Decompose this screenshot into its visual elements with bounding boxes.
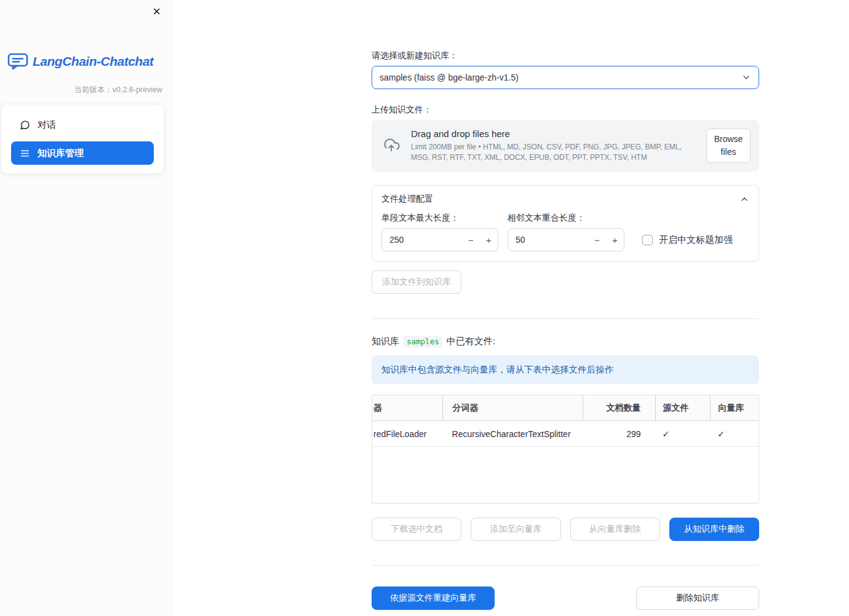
max-length-minus-button[interactable]: −	[462, 229, 480, 251]
overlap-input[interactable]	[508, 235, 588, 245]
sidebar-item-label: 对话	[38, 119, 56, 131]
checkbox-label: 开启中文标题加强	[659, 234, 733, 246]
overlap-label: 相邻文本重合长度：	[508, 213, 624, 224]
chat-bubble-icon	[20, 120, 30, 130]
chevron-down-icon	[741, 73, 751, 82]
rebuild-vector-store-button[interactable]: 依据源文件重建向量库	[372, 586, 495, 610]
sidebar-item-kb-management[interactable]: 知识库管理	[11, 141, 154, 165]
column-header-source-file[interactable]: 源文件	[655, 395, 711, 421]
table-row[interactable]: redFileLoader RecursiveCharacterTextSpli…	[372, 421, 759, 447]
file-config-expander: 文件处理配置 单段文本最大长度： − + 相邻文本重合长度：	[372, 185, 759, 262]
checkbox-box[interactable]	[642, 235, 653, 245]
table-header-row: 器 分词器 文档数量 源文件 向量库	[372, 395, 759, 421]
column-header-vector-store[interactable]: 向量库	[710, 395, 759, 421]
info-banner: 知识库中包含源文件与向量库，请从下表中选择文件后操作	[372, 355, 759, 384]
kb-select-value: samples (faiss @ bge-large-zh-v1.5)	[380, 73, 741, 82]
divider	[372, 565, 759, 566]
expander-body: 单段文本最大长度： − + 相邻文本重合长度： − + 开启中文标题加强	[381, 213, 749, 251]
expander-title: 文件处理配置	[381, 194, 433, 205]
cell-doc-count: 299	[583, 421, 655, 446]
max-length-label: 单段文本最大长度：	[381, 213, 498, 224]
cell-vector-store-check: ✓	[710, 421, 759, 446]
app-logo: LangChain-Chatchat	[7, 53, 153, 70]
column-header-loader[interactable]: 器	[372, 395, 442, 421]
overlap-minus-button[interactable]: −	[588, 229, 606, 251]
list-icon	[20, 148, 30, 159]
file-uploader-dropzone[interactable]: Drag and drop files here Limit 200MB per…	[372, 120, 759, 172]
download-selected-button[interactable]: 下载选中文档	[372, 518, 461, 541]
uploader-text: Drag and drop files here Limit 200MB per…	[411, 128, 696, 162]
cloud-upload-icon	[381, 137, 401, 154]
add-files-to-kb-button[interactable]: 添加文件到知识库	[372, 270, 461, 294]
upload-label: 上传知识文件：	[372, 105, 759, 116]
sidebar-item-label: 知识库管理	[38, 148, 84, 159]
max-length-plus-button[interactable]: +	[480, 229, 498, 251]
chevron-up-icon	[739, 194, 749, 204]
kb-select[interactable]: samples (faiss @ bge-large-zh-v1.5)	[372, 66, 759, 89]
file-action-buttons: 下载选中文档 添加至向量库 从向量库删除 从知识库中删除	[372, 518, 759, 541]
uploader-title: Drag and drop files here	[411, 128, 696, 139]
uploader-limit: Limit 200MB per file • HTML, MD, JSON, C…	[411, 142, 696, 162]
sidebar-menu: 对话 知识库管理	[1, 105, 164, 173]
delete-from-kb-button[interactable]: 从知识库中删除	[669, 518, 759, 541]
sidebar: × LangChain-Chatchat 当前版本：v0.2.6-preview…	[0, 0, 172, 616]
max-length-input[interactable]	[382, 235, 462, 245]
add-to-vector-store-button[interactable]: 添加至向量库	[471, 518, 560, 541]
kb-select-label: 请选择或新建知识库：	[372, 50, 759, 61]
overlap-plus-button[interactable]: +	[606, 229, 624, 251]
files-table: 器 分词器 文档数量 源文件 向量库 redFileLoader Recursi…	[372, 395, 759, 503]
column-header-splitter[interactable]: 分词器	[442, 395, 583, 421]
cell-loader: redFileLoader	[372, 421, 442, 446]
cell-source-file-check: ✓	[655, 421, 711, 446]
kb-level-buttons: 依据源文件重建向量库 删除知识库	[372, 586, 759, 610]
delete-kb-button[interactable]: 删除知识库	[636, 586, 759, 610]
sidebar-close-icon[interactable]: ×	[149, 2, 164, 21]
expander-header[interactable]: 文件处理配置	[381, 194, 749, 205]
main-content: 请选择或新建知识库： samples (faiss @ bge-large-zh…	[372, 0, 759, 610]
overlap-field: 相邻文本重合长度： − +	[508, 213, 624, 251]
existing-prefix: 知识库	[372, 336, 399, 347]
kb-name-code: samples	[404, 336, 442, 347]
existing-files-heading: 知识库 samples 中已有文件:	[372, 336, 759, 347]
delete-from-vector-store-button[interactable]: 从向量库删除	[570, 518, 660, 541]
browse-files-button[interactable]: Browse files	[706, 128, 751, 163]
overlap-input-group: − +	[508, 228, 624, 251]
divider	[372, 318, 759, 319]
app-title: LangChain-Chatchat	[33, 54, 153, 69]
column-header-doc-count[interactable]: 文档数量	[583, 395, 655, 421]
max-length-input-group: − +	[381, 228, 498, 251]
existing-suffix: 中已有文件:	[447, 336, 495, 347]
cell-splitter: RecursiveCharacterTextSplitter	[442, 421, 583, 446]
max-length-field: 单段文本最大长度： − +	[381, 213, 498, 251]
sidebar-item-chat[interactable]: 对话	[11, 113, 154, 136]
version-label: 当前版本：v0.2.6-preview	[74, 85, 162, 95]
zh-title-enhance-checkbox[interactable]: 开启中文标题加强	[642, 234, 733, 246]
logo-chat-icon	[7, 53, 28, 70]
